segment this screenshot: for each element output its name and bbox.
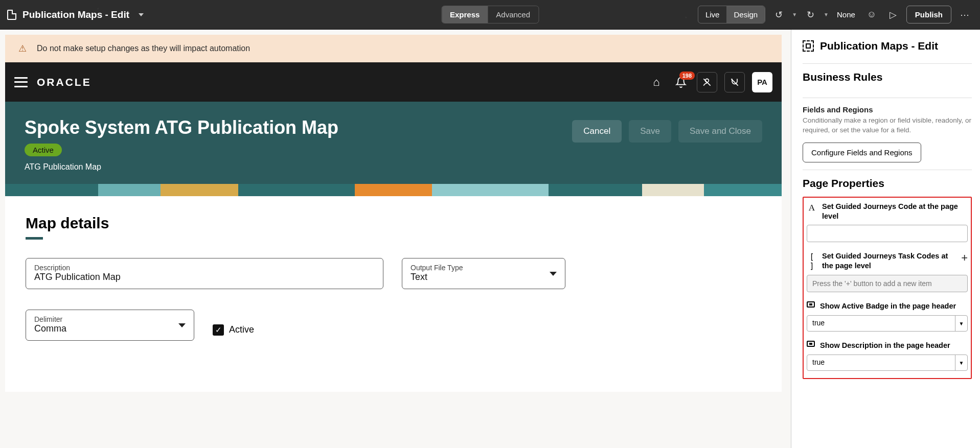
avatar[interactable]: PA [752,72,772,92]
task-codes-input[interactable] [807,275,968,292]
home-icon[interactable]: ⌂ [648,74,665,91]
chevron-down-icon [550,272,557,276]
boolean-type-icon [807,341,815,347]
form-title: Map details [26,215,761,232]
undo-dropdown[interactable]: ▼ [792,12,797,17]
business-rules-heading: Business Rules [803,71,972,83]
mode-express[interactable]: Express [442,6,488,23]
warning-text: Do not make setup changes as they will i… [37,44,250,53]
notification-badge: 198 [679,72,695,80]
design-button[interactable]: Design [726,6,765,23]
app-header: ORACLE ⌂ 198 PA [5,62,782,102]
live-button[interactable]: Live [698,6,727,23]
undo-icon[interactable]: ↺ [770,7,787,23]
status-badge: Active [25,144,62,156]
smile-icon[interactable]: ☺ [863,7,880,23]
redo-dropdown[interactable]: ▼ [824,12,829,17]
description-field[interactable]: Description ATG Publication Map [26,258,383,289]
accent-bar [26,237,43,240]
properties-panel: Publication Maps - Edit Business Rules F… [791,30,980,448]
mode-advanced[interactable]: Advanced [488,6,538,23]
mode-toggle: Express Advanced [441,6,539,23]
fields-regions-desc: Conditionally make a region or field vis… [803,116,972,135]
warning-banner: ⚠ Do not make setup changes as they will… [5,35,782,62]
panel-title: Publication Maps - Edit [820,40,938,52]
prop4-value: true [807,355,955,370]
configure-fields-button[interactable]: Configure Fields and Regions [803,143,921,162]
oracle-logo: ORACLE [37,76,92,88]
delimiter-field[interactable]: Delimiter Comma [26,310,194,341]
guided-journeys-code-input[interactable] [807,225,968,242]
checkbox-checked-icon: ✓ [213,324,224,336]
prop3-label: Show Active Badge in the page header [820,301,968,311]
prop4-label: Show Description in the page header [820,341,968,350]
show-active-badge-select[interactable]: true ▼ [807,315,968,332]
highlighted-properties: A Set Guided Journeys Code at the page l… [803,197,972,379]
form-region: Map details Description ATG Publication … [5,196,782,392]
page-title: Publication Maps - Edit [22,9,129,20]
more-icon[interactable]: ⋯ [956,7,973,23]
prop1-label: Set Guided Journeys Code at the page lev… [822,202,968,221]
page-heading: Spoke System ATG Publication Map [25,117,572,138]
cancel-button[interactable]: Cancel [572,120,622,143]
active-checkbox-wrap[interactable]: ✓ Active [213,319,254,341]
delimiter-value: Comma [34,323,186,334]
show-description-select[interactable]: true ▼ [807,355,968,371]
page-header-region: Spoke System ATG Publication Map Active … [5,102,782,184]
array-type-icon: [ ] [807,252,817,271]
output-label: Output File Type [411,264,557,272]
active-label: Active [229,324,254,335]
page-icon [7,10,16,20]
save-button[interactable]: Save [629,120,671,143]
canvas: ⚠ Do not make setup changes as they will… [0,30,791,448]
description-value: ATG Publication Map [34,272,375,282]
play-icon[interactable]: ▷ [885,7,901,23]
prop2-label: Set Guided Journeys Task Codes at the pa… [822,251,954,271]
tool-icon-2[interactable] [724,72,745,92]
chevron-down-icon: ▼ [955,355,967,370]
layout-none[interactable]: None [834,10,858,19]
chevron-down-icon [178,323,186,327]
warning-icon: ⚠ [18,43,27,54]
publish-button[interactable]: Publish [906,6,951,23]
text-type-icon: A [807,203,817,213]
canvas-scroll[interactable]: ⚠ Do not make setup changes as they will… [5,35,791,443]
decorative-strip [5,184,782,196]
top-toolbar: Publication Maps - Edit Express Advanced… [0,0,980,30]
add-item-button[interactable]: + [961,251,968,265]
bell-icon[interactable]: 198 [672,74,690,91]
prop3-value: true [807,316,955,331]
boolean-type-icon [807,301,815,308]
title-dropdown[interactable] [139,13,144,16]
delimiter-label: Delimiter [34,315,186,323]
page-subtitle: ATG Publication Map [25,162,572,172]
description-label: Description [34,264,375,272]
chevron-down-icon: ▼ [955,316,967,331]
redo-icon[interactable]: ↻ [802,7,818,23]
output-value: Text [411,272,557,282]
layout-icon [803,40,814,52]
fields-regions-title: Fields and Regions [803,105,972,114]
hamburger-icon[interactable] [14,77,28,87]
save-close-button[interactable]: Save and Close [678,120,762,143]
output-type-field[interactable]: Output File Type Text [402,258,565,289]
page-properties-heading: Page Properties [803,177,972,190]
tool-icon-1[interactable] [697,72,717,92]
live-design-toggle: Live Design [698,6,765,23]
